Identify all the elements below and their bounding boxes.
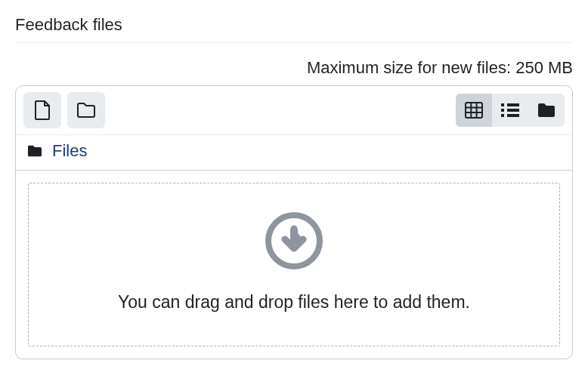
- view-tree-button[interactable]: [528, 94, 565, 127]
- toolbar-left-group: [23, 92, 105, 128]
- download-circle-icon: [264, 211, 324, 271]
- breadcrumb: Files: [16, 135, 572, 170]
- add-file-button[interactable]: [23, 92, 61, 128]
- svg-rect-6: [507, 103, 519, 106]
- folder-solid-icon: [26, 144, 43, 158]
- folder-solid-icon: [537, 102, 556, 119]
- svg-rect-5: [501, 103, 504, 106]
- svg-rect-0: [466, 103, 482, 118]
- svg-rect-10: [507, 114, 519, 117]
- grid-icon: [465, 102, 483, 119]
- create-folder-button[interactable]: [67, 92, 105, 128]
- svg-rect-8: [507, 109, 519, 112]
- dropzone-hint-text: You can drag and drop files here to add …: [44, 292, 544, 313]
- view-details-button[interactable]: [492, 94, 528, 127]
- file-manager-toolbar: [16, 86, 572, 135]
- file-manager: Files You can drag and drop files here t…: [15, 85, 573, 359]
- svg-rect-7: [501, 109, 504, 112]
- folder-outline-icon: [76, 102, 96, 119]
- section-title: Feedback files: [15, 15, 573, 43]
- file-dropzone[interactable]: You can drag and drop files here to add …: [28, 183, 560, 346]
- dropzone-container: You can drag and drop files here to add …: [16, 170, 572, 359]
- view-icons-button[interactable]: [456, 94, 492, 127]
- file-icon: [34, 100, 51, 120]
- view-toggle-group: [456, 94, 565, 127]
- svg-rect-9: [501, 114, 504, 117]
- list-icon: [501, 103, 519, 118]
- max-file-size-label: Maximum size for new files: 250 MB: [15, 58, 573, 78]
- breadcrumb-root-link[interactable]: Files: [52, 141, 87, 161]
